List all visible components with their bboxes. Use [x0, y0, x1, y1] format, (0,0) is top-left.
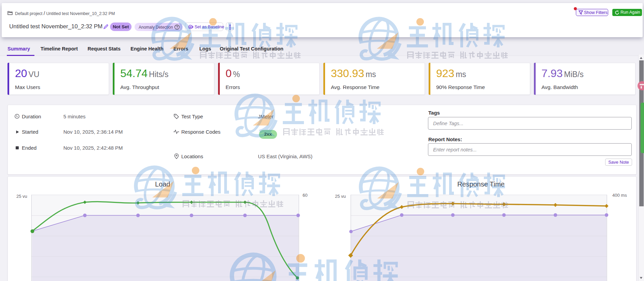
svg-text:B: B: [189, 26, 191, 29]
